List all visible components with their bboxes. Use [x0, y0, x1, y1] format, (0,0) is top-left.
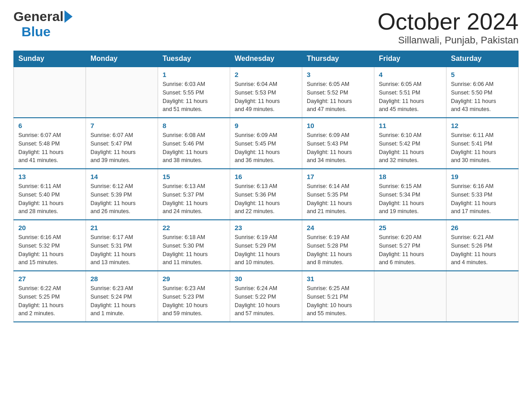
day-info: Sunrise: 6:20 AMSunset: 5:27 PMDaylight:…	[379, 233, 442, 267]
calendar-day-cell	[446, 271, 519, 322]
day-number: 9	[235, 122, 297, 129]
calendar-week-4: 20Sunrise: 6:16 AMSunset: 5:32 PMDayligh…	[14, 220, 519, 271]
calendar-day-cell: 6Sunrise: 6:07 AMSunset: 5:48 PMDaylight…	[14, 118, 86, 169]
day-info: Sunrise: 6:17 AMSunset: 5:31 PMDaylight:…	[90, 233, 153, 267]
day-info: Sunrise: 6:23 AMSunset: 5:24 PMDaylight:…	[90, 284, 153, 318]
calendar-day-cell: 31Sunrise: 6:25 AMSunset: 5:21 PMDayligh…	[302, 271, 374, 322]
calendar-day-cell: 4Sunrise: 6:05 AMSunset: 5:51 PMDaylight…	[374, 67, 446, 118]
day-info: Sunrise: 6:03 AMSunset: 5:55 PMDaylight:…	[163, 80, 225, 114]
day-number: 2	[235, 71, 297, 78]
day-info: Sunrise: 6:09 AMSunset: 5:43 PMDaylight:…	[307, 131, 369, 165]
calendar-header-row: Sunday Monday Tuesday Wednesday Thursday…	[14, 51, 519, 67]
calendar-day-cell: 30Sunrise: 6:24 AMSunset: 5:22 PMDayligh…	[230, 271, 302, 322]
day-number: 13	[18, 173, 81, 180]
day-number: 16	[235, 173, 297, 180]
day-info: Sunrise: 6:06 AMSunset: 5:50 PMDaylight:…	[451, 80, 514, 114]
day-number: 21	[90, 224, 153, 231]
calendar-day-cell	[14, 67, 86, 118]
day-info: Sunrise: 6:16 AMSunset: 5:33 PMDaylight:…	[451, 182, 514, 216]
calendar-day-cell: 12Sunrise: 6:11 AMSunset: 5:41 PMDayligh…	[446, 118, 519, 169]
calendar-day-cell: 10Sunrise: 6:09 AMSunset: 5:43 PMDayligh…	[302, 118, 374, 169]
calendar-day-cell: 14Sunrise: 6:12 AMSunset: 5:39 PMDayligh…	[86, 169, 158, 220]
day-info: Sunrise: 6:13 AMSunset: 5:37 PMDaylight:…	[163, 182, 225, 216]
day-info: Sunrise: 6:11 AMSunset: 5:41 PMDaylight:…	[451, 131, 514, 165]
day-info: Sunrise: 6:05 AMSunset: 5:51 PMDaylight:…	[379, 80, 442, 114]
day-info: Sunrise: 6:14 AMSunset: 5:35 PMDaylight:…	[307, 182, 369, 216]
day-info: Sunrise: 6:15 AMSunset: 5:34 PMDaylight:…	[379, 182, 442, 216]
header-thursday: Thursday	[302, 51, 374, 67]
day-info: Sunrise: 6:25 AMSunset: 5:21 PMDaylight:…	[307, 284, 369, 318]
calendar-week-1: 1Sunrise: 6:03 AMSunset: 5:55 PMDaylight…	[14, 67, 519, 118]
calendar-day-cell: 20Sunrise: 6:16 AMSunset: 5:32 PMDayligh…	[14, 220, 86, 271]
header-monday: Monday	[86, 51, 158, 67]
page-title: October 2024	[378, 9, 519, 34]
day-info: Sunrise: 6:09 AMSunset: 5:45 PMDaylight:…	[235, 131, 297, 165]
day-info: Sunrise: 6:04 AMSunset: 5:53 PMDaylight:…	[235, 80, 297, 114]
day-info: Sunrise: 6:13 AMSunset: 5:36 PMDaylight:…	[235, 182, 297, 216]
calendar-day-cell: 27Sunrise: 6:22 AMSunset: 5:25 PMDayligh…	[14, 271, 86, 322]
day-number: 27	[18, 275, 81, 283]
calendar-day-cell: 23Sunrise: 6:19 AMSunset: 5:29 PMDayligh…	[230, 220, 302, 271]
day-number: 29	[163, 275, 225, 283]
day-number: 14	[90, 173, 153, 180]
day-info: Sunrise: 6:10 AMSunset: 5:42 PMDaylight:…	[379, 131, 442, 165]
calendar-week-5: 27Sunrise: 6:22 AMSunset: 5:25 PMDayligh…	[14, 271, 519, 322]
calendar-day-cell: 16Sunrise: 6:13 AMSunset: 5:36 PMDayligh…	[230, 169, 302, 220]
page-subtitle: Sillanwali, Punjab, Pakistan	[378, 34, 519, 46]
header-wednesday: Wednesday	[230, 51, 302, 67]
day-number: 23	[235, 224, 297, 231]
day-info: Sunrise: 6:16 AMSunset: 5:32 PMDaylight:…	[18, 233, 81, 267]
calendar-day-cell: 21Sunrise: 6:17 AMSunset: 5:31 PMDayligh…	[86, 220, 158, 271]
day-number: 17	[307, 173, 369, 180]
day-number: 25	[379, 224, 442, 231]
day-info: Sunrise: 6:08 AMSunset: 5:46 PMDaylight:…	[163, 131, 225, 165]
calendar-day-cell: 7Sunrise: 6:07 AMSunset: 5:47 PMDaylight…	[86, 118, 158, 169]
calendar-day-cell: 5Sunrise: 6:06 AMSunset: 5:50 PMDaylight…	[446, 67, 519, 118]
day-info: Sunrise: 6:05 AMSunset: 5:52 PMDaylight:…	[307, 80, 369, 114]
day-number: 19	[451, 173, 514, 180]
day-info: Sunrise: 6:07 AMSunset: 5:48 PMDaylight:…	[18, 131, 81, 165]
calendar-day-cell: 3Sunrise: 6:05 AMSunset: 5:52 PMDaylight…	[302, 67, 374, 118]
day-number: 20	[18, 224, 81, 231]
header-sunday: Sunday	[14, 51, 86, 67]
day-number: 7	[90, 122, 153, 129]
header-tuesday: Tuesday	[158, 51, 230, 67]
day-number: 8	[163, 122, 225, 129]
calendar-day-cell: 25Sunrise: 6:20 AMSunset: 5:27 PMDayligh…	[374, 220, 446, 271]
calendar-day-cell: 15Sunrise: 6:13 AMSunset: 5:37 PMDayligh…	[158, 169, 230, 220]
calendar-day-cell: 17Sunrise: 6:14 AMSunset: 5:35 PMDayligh…	[302, 169, 374, 220]
logo: General Blue	[13, 9, 73, 39]
day-number: 5	[451, 71, 514, 78]
calendar-day-cell: 29Sunrise: 6:23 AMSunset: 5:23 PMDayligh…	[158, 271, 230, 322]
calendar-day-cell: 28Sunrise: 6:23 AMSunset: 5:24 PMDayligh…	[86, 271, 158, 322]
day-number: 12	[451, 122, 514, 129]
day-number: 28	[90, 275, 153, 283]
day-info: Sunrise: 6:22 AMSunset: 5:25 PMDaylight:…	[18, 284, 81, 318]
day-number: 26	[451, 224, 514, 231]
calendar-week-2: 6Sunrise: 6:07 AMSunset: 5:48 PMDaylight…	[14, 118, 519, 169]
day-info: Sunrise: 6:07 AMSunset: 5:47 PMDaylight:…	[90, 131, 153, 165]
day-info: Sunrise: 6:19 AMSunset: 5:29 PMDaylight:…	[235, 233, 297, 267]
logo-arrow-icon	[64, 10, 73, 23]
header-friday: Friday	[374, 51, 446, 67]
day-number: 18	[379, 173, 442, 180]
calendar-day-cell: 26Sunrise: 6:21 AMSunset: 5:26 PMDayligh…	[446, 220, 519, 271]
logo-general-text: General	[13, 9, 64, 24]
day-info: Sunrise: 6:18 AMSunset: 5:30 PMDaylight:…	[163, 233, 225, 267]
day-number: 6	[18, 122, 81, 129]
page-header: General Blue October 2024 Sillanwali, Pu…	[13, 9, 519, 46]
day-info: Sunrise: 6:19 AMSunset: 5:28 PMDaylight:…	[307, 233, 369, 267]
calendar-day-cell: 9Sunrise: 6:09 AMSunset: 5:45 PMDaylight…	[230, 118, 302, 169]
calendar-day-cell: 8Sunrise: 6:08 AMSunset: 5:46 PMDaylight…	[158, 118, 230, 169]
day-number: 11	[379, 122, 442, 129]
day-number: 3	[307, 71, 369, 78]
day-number: 10	[307, 122, 369, 129]
day-info: Sunrise: 6:12 AMSunset: 5:39 PMDaylight:…	[90, 182, 153, 216]
title-block: October 2024 Sillanwali, Punjab, Pakista…	[378, 9, 519, 46]
calendar-day-cell	[374, 271, 446, 322]
calendar-table: Sunday Monday Tuesday Wednesday Thursday…	[13, 51, 519, 322]
day-info: Sunrise: 6:24 AMSunset: 5:22 PMDaylight:…	[235, 284, 297, 318]
day-number: 24	[307, 224, 369, 231]
day-number: 4	[379, 71, 442, 78]
calendar-day-cell: 22Sunrise: 6:18 AMSunset: 5:30 PMDayligh…	[158, 220, 230, 271]
